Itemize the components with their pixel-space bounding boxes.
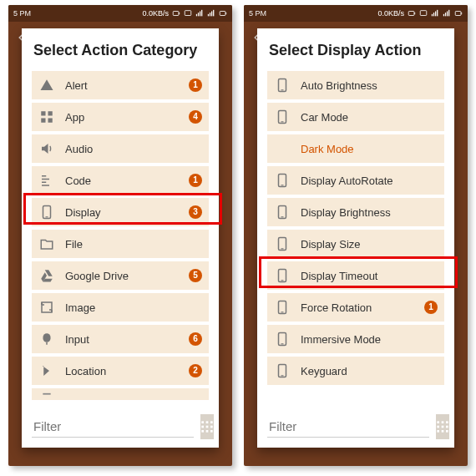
list-item[interactable]: Image [32,293,209,322]
option-list[interactable]: Auto BrightnessCar ModeDark ModeDisplay … [267,71,444,408]
phone-screen-1: 5 PM0.0KB/sSelect Display ActionAuto Bri… [244,5,468,466]
list-item[interactable]: Display AutoRotate [267,166,444,195]
status-time: 5 PM [249,9,266,18]
display-icon [274,204,291,220]
count-badge: 3 [189,205,202,219]
status-net-rate: 0.0KB/s [377,9,404,18]
list-item-label: Dark Mode [301,143,438,155]
image-icon [38,299,55,316]
list-item[interactable]: Immersive Mode [267,325,444,353]
svg-rect-27 [43,393,50,395]
count-badge: 2 [189,364,202,377]
list-item-partial[interactable] [32,388,209,400]
list-item-label: Image [65,301,202,314]
sim-icon [419,9,428,18]
list-item[interactable]: Location2 [32,357,209,385]
list-item[interactable]: File [32,230,209,258]
list-item-label: Keyguard [301,365,438,377]
status-bar: 5 PM0.0KB/s [8,5,232,22]
list-item-label: Input [65,333,179,346]
count-badge: 1 [424,301,438,314]
alert-icon [38,77,55,94]
option-list[interactable]: Alert1App4AudioCode1Display3FileGoogle D… [32,71,209,408]
list-item-label: Code [65,175,179,187]
phone-screen-0: 5 PM0.0KB/sSelect Action CategoryAlert1A… [8,5,232,466]
filter-row [32,414,209,439]
display-icon [274,77,291,94]
display-icon [274,172,291,189]
list-item[interactable]: Input6 [32,325,209,353]
list-item-label: Audio [65,143,202,155]
signal-icon [431,9,439,18]
status-indicators: 0.0KB/s [377,9,463,18]
list-item-label: Display Size [301,238,438,251]
status-net-rate: 0.0KB/s [142,9,169,18]
list-item[interactable]: Car Mode [267,103,444,131]
list-item[interactable]: Alert1 [32,71,209,99]
list-item[interactable]: Auto Brightness [267,71,444,99]
signal-icon [195,9,204,18]
filter-input[interactable] [32,416,194,438]
battery-icon [172,9,180,18]
sim-icon [184,9,192,18]
grid-view-button[interactable] [200,414,214,439]
list-item-label: Display [65,206,179,219]
list-item[interactable]: Display Timeout [267,261,444,290]
signal-icon [207,9,215,18]
display-icon [38,204,55,220]
count-badge: 4 [189,110,202,124]
battery-icon [219,9,227,18]
input-icon [38,331,55,347]
list-item-label: File [65,238,202,251]
list-item-label: Display Timeout [301,270,438,282]
count-badge: 5 [189,269,202,282]
list-item[interactable]: Audio [32,134,209,163]
filter-input[interactable] [267,416,429,438]
display-icon [274,331,291,347]
grid-icon [436,420,449,433]
grid-view-button[interactable] [436,414,449,439]
list-item-label: Google Drive [65,270,179,282]
count-badge: 1 [189,78,202,92]
list-item[interactable]: Dark Mode [267,134,444,163]
display-icon [274,299,291,316]
list-item-label: App [65,111,179,124]
filter-row [267,414,444,439]
list-item[interactable]: Code1 [32,166,209,195]
list-item[interactable]: Keyguard [267,357,444,385]
list-item-label: Auto Brightness [301,79,438,92]
status-indicators: 0.0KB/s [142,9,227,18]
list-item-label: Display Brightness [301,206,438,219]
signal-icon [443,9,451,18]
display-icon [274,109,291,125]
file-icon [38,235,55,252]
list-item[interactable]: Google Drive5 [32,261,209,290]
display-icon [274,235,291,252]
battery-icon [408,9,416,18]
dialog-title: Select Display Action [269,42,443,59]
display-icon [274,362,291,379]
code-icon [38,172,55,189]
count-badge: 1 [189,174,202,187]
list-item-label: Location [65,365,179,377]
list-item[interactable]: Display Size [267,230,444,258]
location-icon [38,362,55,379]
list-item[interactable]: Display3 [32,198,209,226]
gdrive-icon [38,267,55,284]
dialog-title: Select Action Category [33,42,207,59]
status-time: 5 PM [13,9,31,18]
list-item[interactable]: App4 [32,103,209,131]
app-icon [38,109,55,125]
list-item[interactable]: Display Brightness [267,198,444,226]
status-bar: 5 PM0.0KB/s [244,5,468,22]
audio-icon [38,140,55,157]
list-item-label: Alert [65,79,179,92]
list-item[interactable]: Force Rotation1 [267,293,444,322]
list-item-label: Car Mode [301,111,438,124]
battery-icon [454,9,463,18]
count-badge: 6 [189,332,202,346]
list-item-label: Display AutoRotate [301,175,438,187]
display-icon [274,267,291,284]
selection-dialog: Select Action CategoryAlert1App4AudioCod… [22,28,219,448]
grid-icon [200,420,214,433]
